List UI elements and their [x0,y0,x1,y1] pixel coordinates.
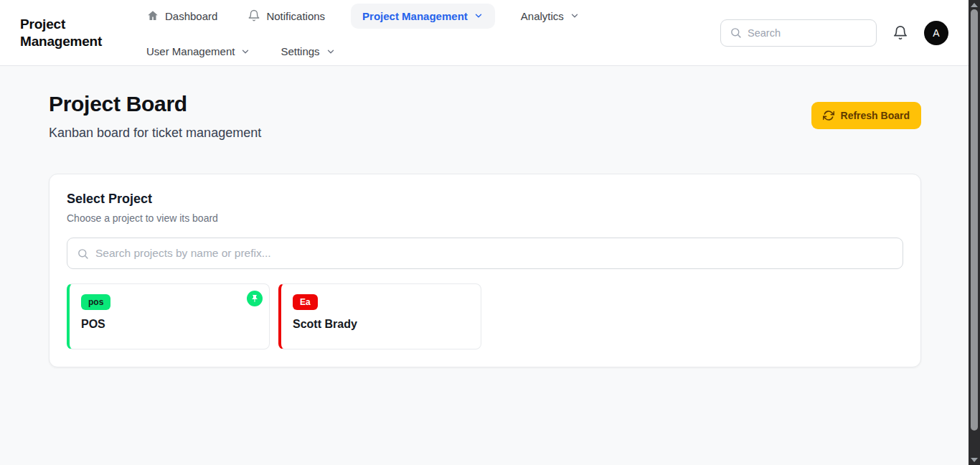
nav-label: Settings [281,45,319,57]
nav-item-notifications[interactable]: Notifications [243,3,329,29]
page-subtitle: Kanban board for ticket management [49,126,261,141]
project-card-pos[interactable]: pos POS [67,283,270,349]
scroll-up-arrow[interactable] [971,3,978,7]
nav-item-project-management[interactable]: Project Management [351,4,495,29]
panel-title: Select Project [67,192,903,207]
header-actions: A [720,19,948,47]
scrollbar-thumb[interactable] [971,9,978,431]
nav-label: Project Management [362,10,468,22]
notifications-bell-icon[interactable] [892,25,908,41]
chevron-down-icon [570,11,580,21]
page-header: Project Board Kanban board for ticket ma… [49,92,921,141]
main-nav: Dashboard Notifications Project Manageme… [142,1,590,64]
pushpin-icon [250,294,259,303]
global-search [720,19,877,47]
chevron-down-icon [473,11,484,21]
nav-label: User Management [146,45,235,57]
user-avatar[interactable]: A [924,21,948,45]
nav-item-analytics[interactable]: Analytics [517,4,584,29]
project-search-input[interactable] [95,247,893,260]
search-icon [77,248,89,260]
pin-button[interactable] [247,291,263,306]
search-icon [730,27,742,39]
app-logo: Project Management [20,16,142,50]
vertical-scrollbar[interactable] [969,0,980,465]
project-list: pos POS Ea Scott Brady [67,283,903,349]
panel-subtitle: Choose a project to view its board [67,212,903,224]
bell-icon [248,9,260,22]
chevron-down-icon [240,47,250,57]
project-prefix-badge: pos [81,294,110,310]
refresh-board-button[interactable]: Refresh Board [811,102,921,129]
refresh-board-label: Refresh Board [841,110,910,121]
project-search [67,238,903,269]
nav-label: Dashboard [165,10,217,22]
nav-item-settings[interactable]: Settings [276,39,339,64]
global-search-input[interactable] [748,27,867,39]
top-navbar: Project Management Dashboard Notificatio… [0,0,980,66]
main-content: Project Board Kanban board for ticket ma… [0,66,980,367]
chevron-down-icon [326,47,336,57]
page-title: Project Board [49,92,261,116]
nav-label: Analytics [521,10,564,22]
project-name: POS [81,318,258,331]
nav-label: Notifications [266,10,325,22]
scroll-down-arrow[interactable] [971,458,978,462]
project-name: Scott Brady [293,318,469,331]
refresh-icon [823,110,834,121]
select-project-panel: Select Project Choose a project to view … [49,174,921,367]
nav-item-user-management[interactable]: User Management [142,39,255,64]
nav-item-dashboard[interactable]: Dashboard [142,3,222,29]
project-prefix-badge: Ea [293,294,318,310]
project-card-scott-brady[interactable]: Ea Scott Brady [278,283,481,349]
home-icon [146,9,159,22]
